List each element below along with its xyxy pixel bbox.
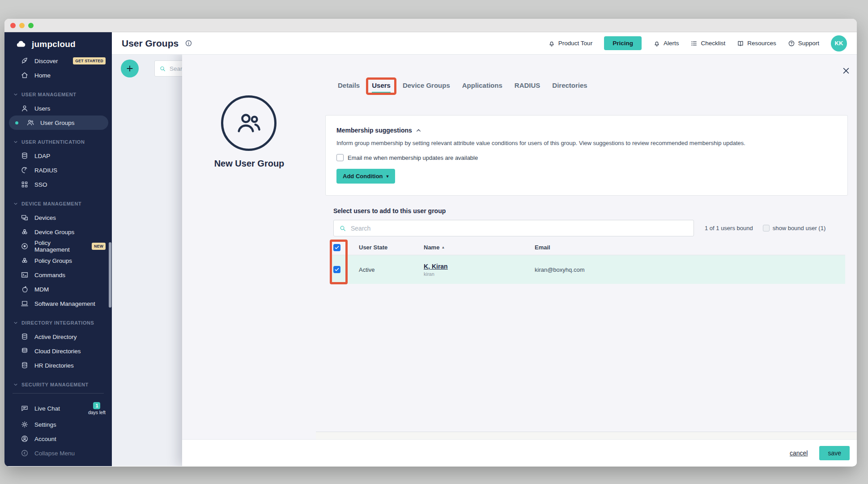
membership-suggestions-panel: Membership suggestions Inform group memb… [325,115,848,196]
user-email-cell: kiran@boxyhq.com [529,266,845,273]
sidebar-item-label: RADIUS [34,167,57,174]
checklist-icon [690,40,698,47]
section-security-management[interactable]: SECURITY MANAGEMENT [4,378,112,391]
new-badge: NEW [92,243,106,250]
tab-details[interactable]: Details [338,81,360,93]
rocket-icon [21,57,29,65]
sidebar-item-label: Active Directory [34,334,77,340]
chevron-down-icon [13,321,18,325]
app-window: jumpcloud Discover GET STARTED Home USER… [4,19,857,467]
new-user-group-drawer: New User Group Details Users Device Grou… [182,55,857,466]
sidebar-footer: Live Chat 1 days left Settings Account [4,399,112,460]
close-icon[interactable] [842,66,851,75]
show-bound-user-toggle[interactable]: show bound user (1) [763,225,826,231]
radius-dial-icon [21,166,29,174]
drawer-title: New User Group [182,158,316,169]
column-header-name[interactable]: Name▲ [418,244,529,251]
check-icon [334,267,340,272]
sidebar-item-home[interactable]: Home [4,68,112,82]
email-updates-checkbox[interactable] [336,154,344,161]
sidebar-item-software-management[interactable]: Software Management [4,296,112,311]
active-indicator-dot [15,121,18,124]
sidebar-item-devices[interactable]: Devices [4,210,112,225]
add-condition-button[interactable]: Add Condition ▾ [336,169,395,184]
show-bound-checkbox[interactable] [763,225,770,231]
product-tour-button[interactable]: Product Tour [548,40,592,47]
sidebar-item-hr-directories[interactable]: HR Directories [4,358,112,373]
close-window-button[interactable] [10,23,16,28]
tab-users[interactable]: Users [372,81,391,93]
cancel-button[interactable]: cancel [790,450,808,457]
sidebar-item-label: Commands [34,272,65,278]
row-checkbox[interactable] [333,266,340,273]
page-title: User Groups [122,38,179,49]
sidebar-item-policy-management[interactable]: Policy Management NEW [4,239,112,253]
sidebar-item-sso[interactable]: SSO [4,177,112,192]
sidebar-item-users[interactable]: Users [4,101,112,116]
drawer-tabs: Details Users Device Groups Applications [338,81,587,93]
zoom-window-button[interactable] [28,23,34,28]
section-directory-integrations[interactable]: DIRECTORY INTEGRATIONS [4,316,112,330]
sidebar-scrollbar[interactable] [109,242,111,308]
sidebar-item-device-groups[interactable]: Device Groups [4,225,112,239]
minimize-window-button[interactable] [19,23,25,28]
help-icon [788,40,795,47]
user-avatar[interactable]: KK [831,35,847,51]
sidebar-item-label: Live Chat [34,405,60,412]
home-icon [21,71,29,79]
pricing-button[interactable]: Pricing [604,36,642,50]
sidebar-item-ldap[interactable]: LDAP [4,149,112,163]
section-device-management[interactable]: DEVICE MANAGEMENT [4,197,112,210]
checklist-button[interactable]: Checklist [690,40,725,47]
device-groups-icon [21,228,29,236]
save-button[interactable]: save [819,446,850,460]
column-header-email[interactable]: Email [529,244,845,251]
tab-radius[interactable]: RADIUS [515,81,540,93]
window-titlebar [4,19,857,32]
support-button[interactable]: Support [788,40,819,47]
sidebar-item-active-directory[interactable]: Active Directory [4,330,112,344]
alerts-button[interactable]: Alerts [653,40,679,47]
laptop-icon [21,300,29,308]
sidebar-item-label: Device Groups [34,229,74,236]
add-user-group-button[interactable] [121,60,139,77]
book-icon [737,40,744,47]
select-all-checkbox[interactable] [333,244,340,251]
table-row[interactable]: Active K, Kiran kiran kiran@boxyhq.com [330,255,845,284]
select-users-heading: Select users to add to this user group [333,207,446,214]
sidebar-item-label: Account [34,436,56,442]
column-header-user-state[interactable]: User State [353,244,418,251]
users-search-input[interactable] [351,225,688,232]
gear-icon [21,420,29,428]
sidebar-item-policy-groups[interactable]: Policy Groups [4,253,112,268]
sidebar-item-account[interactable]: Account [4,432,112,446]
membership-suggestions-toggle[interactable]: Membership suggestions [336,127,837,134]
user-name-link[interactable]: K, Kiran [424,263,529,270]
chat-icon [21,404,29,412]
sidebar-item-discover[interactable]: Discover GET STARTED [4,54,112,68]
sidebar-item-commands[interactable]: Commands [4,268,112,282]
sidebar-item-settings[interactable]: Settings [4,417,112,432]
user-group-avatar [221,95,277,151]
sidebar-item-label: HR Directories [34,362,74,369]
chevron-down-icon [13,201,18,206]
tab-device-groups[interactable]: Device Groups [403,81,450,93]
terminal-icon [21,271,29,279]
tab-directories[interactable]: Directories [552,81,587,93]
sidebar-item-collapse-menu[interactable]: Collapse Menu [4,446,112,460]
sidebar-item-live-chat[interactable]: Live Chat 1 days left [4,399,112,417]
sidebar-item-cloud-directories[interactable]: Cloud Directories [4,344,112,358]
sidebar-item-user-groups[interactable]: User Groups [9,116,108,130]
section-user-management[interactable]: USER MANAGEMENT [4,88,112,101]
section-title-label: DIRECTORY INTEGRATIONS [21,320,94,326]
chevron-up-icon [416,128,421,133]
section-user-authentication[interactable]: USER AUTHENTICATION [4,135,112,149]
users-search-box[interactable] [333,220,694,236]
sidebar-item-mdm[interactable]: MDM [4,282,112,296]
resources-button[interactable]: Resources [737,40,776,47]
tab-applications[interactable]: Applications [462,81,502,93]
apple-icon [21,285,29,293]
sidebar-item-radius[interactable]: RADIUS [4,163,112,177]
user-state-cell: Active [353,266,418,273]
info-icon[interactable] [185,39,192,47]
